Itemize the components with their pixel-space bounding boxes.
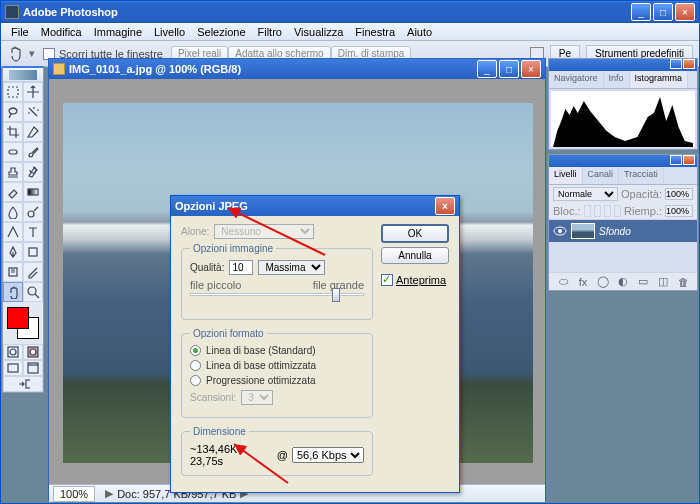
menu-filter[interactable]: Filtro (252, 24, 288, 40)
toolbox-header[interactable] (3, 68, 43, 82)
histo-close-icon[interactable] (683, 59, 695, 69)
doc-maximize-button[interactable]: □ (499, 60, 519, 78)
shape-tool[interactable] (23, 242, 43, 262)
slider-thumb[interactable] (332, 288, 340, 302)
opacity-field[interactable] (665, 188, 693, 200)
menu-file[interactable]: File (5, 24, 35, 40)
blur-tool[interactable] (3, 202, 23, 222)
swap-colors-icon[interactable] (31, 305, 41, 315)
tab-info[interactable]: Info (604, 71, 630, 88)
histo-panel-titlebar[interactable] (549, 59, 697, 71)
hand-tool-icon (7, 45, 25, 63)
ok-button[interactable]: OK (381, 224, 449, 243)
foreground-color[interactable] (7, 307, 29, 329)
lasso-tool[interactable] (3, 102, 23, 122)
minimize-button[interactable]: _ (631, 3, 651, 21)
visibility-icon[interactable] (553, 224, 567, 238)
layers-panel-titlebar[interactable] (549, 155, 697, 167)
close-button[interactable]: × (675, 3, 695, 21)
screen-mode-full-menu[interactable] (23, 360, 43, 376)
doc-minimize-button[interactable]: _ (477, 60, 497, 78)
svg-rect-11 (8, 364, 18, 372)
crop-tool[interactable] (3, 122, 23, 142)
eyedropper-tool[interactable] (23, 262, 43, 282)
histogram-chart (551, 91, 695, 147)
heal-tool[interactable] (3, 142, 23, 162)
layer-style-icon[interactable]: fx (576, 275, 590, 289)
radio-progressive[interactable] (190, 375, 201, 386)
radio-baseline-optimized[interactable] (190, 360, 201, 371)
jpeg-titlebar[interactable]: Opzioni JPEG × (171, 196, 459, 216)
tab-histogram[interactable]: Istogramma (630, 71, 689, 88)
type-tool[interactable] (23, 222, 43, 242)
quality-field[interactable] (229, 260, 253, 275)
status-menu-icon[interactable]: ▶ (105, 487, 113, 500)
layer-mask-icon[interactable]: ◯ (596, 275, 610, 289)
notes-tool[interactable] (3, 262, 23, 282)
menu-select[interactable]: Selezione (191, 24, 251, 40)
opacity-label: Opacità: (621, 188, 662, 200)
blend-mode-select[interactable]: Normale (553, 187, 618, 201)
brush-tool[interactable] (23, 142, 43, 162)
app-title: Adobe Photoshop (23, 6, 631, 18)
delete-layer-icon[interactable]: 🗑 (676, 275, 690, 289)
adjustment-layer-icon[interactable]: ◐ (616, 275, 630, 289)
svg-rect-2 (28, 189, 38, 195)
menu-edit[interactable]: Modifica (35, 24, 88, 40)
menu-view[interactable]: Visualizza (288, 24, 349, 40)
jump-to-imageready[interactable] (3, 376, 43, 392)
new-group-icon[interactable]: ▭ (636, 275, 650, 289)
dodge-tool[interactable] (23, 202, 43, 222)
tab-navigator[interactable]: Navigatore (549, 71, 604, 88)
slice-tool[interactable] (23, 122, 43, 142)
lock-pixels-icon[interactable] (594, 205, 601, 217)
default-colors-icon[interactable] (5, 331, 15, 341)
gradient-tool[interactable] (23, 182, 43, 202)
app-titlebar: Adobe Photoshop _ □ × (1, 1, 699, 23)
zoom-tool[interactable] (23, 282, 43, 302)
radio-baseline-standard[interactable] (190, 345, 201, 356)
slider-track[interactable] (190, 293, 364, 296)
maximize-button[interactable]: □ (653, 3, 673, 21)
lock-all-icon[interactable] (614, 205, 621, 217)
menu-window[interactable]: Finestra (349, 24, 401, 40)
speed-select[interactable]: 56,6 Kbps (292, 447, 364, 463)
photoshop-icon (5, 5, 19, 19)
lock-transparency-icon[interactable] (584, 205, 591, 217)
layers-close-icon[interactable] (683, 155, 695, 165)
stamp-tool[interactable] (3, 162, 23, 182)
history-brush-tool[interactable] (23, 162, 43, 182)
right-panels: Navigatore Info Istogramma Livelli Canal… (548, 58, 698, 295)
doc-close-button[interactable]: × (521, 60, 541, 78)
fill-field[interactable] (665, 205, 693, 217)
menu-layer[interactable]: Livello (148, 24, 191, 40)
screen-mode-standard[interactable] (3, 360, 23, 376)
tab-layers[interactable]: Livelli (549, 167, 583, 184)
quick-mask-off[interactable] (3, 344, 23, 360)
quality-preset-select[interactable]: Massima (258, 260, 325, 275)
move-tool[interactable] (23, 82, 43, 102)
jpeg-close-button[interactable]: × (435, 197, 455, 215)
pen-tool[interactable] (3, 242, 23, 262)
path-tool[interactable] (3, 222, 23, 242)
cancel-button[interactable]: Annulla (381, 247, 449, 264)
menu-bar: File Modifica Immagine Livello Selezione… (1, 23, 699, 41)
quick-mask-on[interactable] (23, 344, 43, 360)
histo-minimize-icon[interactable] (670, 59, 682, 69)
hand-tool[interactable] (3, 282, 23, 302)
menu-image[interactable]: Immagine (88, 24, 148, 40)
tab-channels[interactable]: Canali (583, 167, 620, 184)
zoom-field[interactable]: 100% (53, 486, 95, 502)
eraser-tool[interactable] (3, 182, 23, 202)
preview-checkbox[interactable] (381, 274, 393, 286)
menu-help[interactable]: Aiuto (401, 24, 438, 40)
marquee-tool[interactable] (3, 82, 23, 102)
svg-point-10 (30, 349, 36, 355)
new-layer-icon[interactable]: ◫ (656, 275, 670, 289)
link-layers-icon[interactable]: ⬭ (556, 275, 570, 289)
layers-minimize-icon[interactable] (670, 155, 682, 165)
lock-position-icon[interactable] (604, 205, 611, 217)
layer-row-background[interactable]: Sfondo (549, 220, 697, 242)
wand-tool[interactable] (23, 102, 43, 122)
tab-paths[interactable]: Tracciati (619, 167, 664, 184)
